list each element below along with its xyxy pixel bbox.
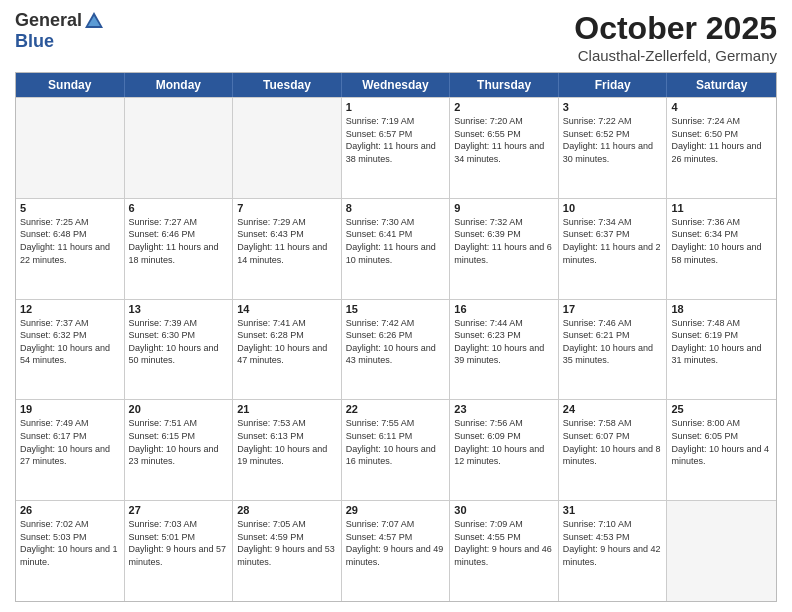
day-info: Sunrise: 7:20 AM Sunset: 6:55 PM Dayligh… <box>454 115 554 165</box>
day-number: 1 <box>346 101 446 113</box>
day-number: 27 <box>129 504 229 516</box>
calendar-cell-2-1: 13Sunrise: 7:39 AM Sunset: 6:30 PM Dayli… <box>125 300 234 400</box>
calendar-cell-4-0: 26Sunrise: 7:02 AM Sunset: 5:03 PM Dayli… <box>16 501 125 601</box>
day-info: Sunrise: 7:22 AM Sunset: 6:52 PM Dayligh… <box>563 115 663 165</box>
day-info: Sunrise: 7:56 AM Sunset: 6:09 PM Dayligh… <box>454 417 554 467</box>
logo-blue: Blue <box>15 32 106 52</box>
day-info: Sunrise: 7:34 AM Sunset: 6:37 PM Dayligh… <box>563 216 663 266</box>
day-number: 21 <box>237 403 337 415</box>
calendar-cell-3-3: 22Sunrise: 7:55 AM Sunset: 6:11 PM Dayli… <box>342 400 451 500</box>
calendar-row-0: 1Sunrise: 7:19 AM Sunset: 6:57 PM Daylig… <box>16 97 776 198</box>
calendar-row-4: 26Sunrise: 7:02 AM Sunset: 5:03 PM Dayli… <box>16 500 776 601</box>
day-number: 2 <box>454 101 554 113</box>
day-info: Sunrise: 7:46 AM Sunset: 6:21 PM Dayligh… <box>563 317 663 367</box>
page: General Blue October 2025 Clausthal-Zell… <box>0 0 792 612</box>
day-number: 23 <box>454 403 554 415</box>
day-info: Sunrise: 7:58 AM Sunset: 6:07 PM Dayligh… <box>563 417 663 467</box>
day-info: Sunrise: 7:42 AM Sunset: 6:26 PM Dayligh… <box>346 317 446 367</box>
day-info: Sunrise: 7:49 AM Sunset: 6:17 PM Dayligh… <box>20 417 120 467</box>
day-number: 4 <box>671 101 772 113</box>
calendar-cell-1-6: 11Sunrise: 7:36 AM Sunset: 6:34 PM Dayli… <box>667 199 776 299</box>
calendar-cell-1-5: 10Sunrise: 7:34 AM Sunset: 6:37 PM Dayli… <box>559 199 668 299</box>
day-info: Sunrise: 7:25 AM Sunset: 6:48 PM Dayligh… <box>20 216 120 266</box>
weekday-friday: Friday <box>559 73 668 97</box>
calendar-row-1: 5Sunrise: 7:25 AM Sunset: 6:48 PM Daylig… <box>16 198 776 299</box>
day-info: Sunrise: 7:30 AM Sunset: 6:41 PM Dayligh… <box>346 216 446 266</box>
calendar-cell-3-2: 21Sunrise: 7:53 AM Sunset: 6:13 PM Dayli… <box>233 400 342 500</box>
day-info: Sunrise: 7:51 AM Sunset: 6:15 PM Dayligh… <box>129 417 229 467</box>
day-number: 26 <box>20 504 120 516</box>
day-number: 6 <box>129 202 229 214</box>
day-number: 30 <box>454 504 554 516</box>
day-info: Sunrise: 7:48 AM Sunset: 6:19 PM Dayligh… <box>671 317 772 367</box>
day-number: 18 <box>671 303 772 315</box>
calendar-cell-2-4: 16Sunrise: 7:44 AM Sunset: 6:23 PM Dayli… <box>450 300 559 400</box>
day-number: 28 <box>237 504 337 516</box>
calendar-cell-0-2 <box>233 98 342 198</box>
calendar-cell-0-1 <box>125 98 234 198</box>
calendar-cell-4-2: 28Sunrise: 7:05 AM Sunset: 4:59 PM Dayli… <box>233 501 342 601</box>
calendar-cell-4-5: 31Sunrise: 7:10 AM Sunset: 4:53 PM Dayli… <box>559 501 668 601</box>
calendar-cell-3-0: 19Sunrise: 7:49 AM Sunset: 6:17 PM Dayli… <box>16 400 125 500</box>
day-info: Sunrise: 7:39 AM Sunset: 6:30 PM Dayligh… <box>129 317 229 367</box>
calendar: Sunday Monday Tuesday Wednesday Thursday… <box>15 72 777 602</box>
weekday-wednesday: Wednesday <box>342 73 451 97</box>
logo: General Blue <box>15 10 106 52</box>
day-number: 10 <box>563 202 663 214</box>
day-number: 25 <box>671 403 772 415</box>
day-number: 19 <box>20 403 120 415</box>
day-info: Sunrise: 7:10 AM Sunset: 4:53 PM Dayligh… <box>563 518 663 568</box>
day-info: Sunrise: 7:19 AM Sunset: 6:57 PM Dayligh… <box>346 115 446 165</box>
calendar-cell-3-5: 24Sunrise: 7:58 AM Sunset: 6:07 PM Dayli… <box>559 400 668 500</box>
day-number: 9 <box>454 202 554 214</box>
calendar-cell-1-4: 9Sunrise: 7:32 AM Sunset: 6:39 PM Daylig… <box>450 199 559 299</box>
day-info: Sunrise: 7:37 AM Sunset: 6:32 PM Dayligh… <box>20 317 120 367</box>
calendar-row-2: 12Sunrise: 7:37 AM Sunset: 6:32 PM Dayli… <box>16 299 776 400</box>
calendar-row-3: 19Sunrise: 7:49 AM Sunset: 6:17 PM Dayli… <box>16 399 776 500</box>
day-number: 24 <box>563 403 663 415</box>
calendar-cell-2-6: 18Sunrise: 7:48 AM Sunset: 6:19 PM Dayli… <box>667 300 776 400</box>
day-info: Sunrise: 7:29 AM Sunset: 6:43 PM Dayligh… <box>237 216 337 266</box>
calendar-cell-2-3: 15Sunrise: 7:42 AM Sunset: 6:26 PM Dayli… <box>342 300 451 400</box>
day-info: Sunrise: 7:27 AM Sunset: 6:46 PM Dayligh… <box>129 216 229 266</box>
calendar-cell-0-3: 1Sunrise: 7:19 AM Sunset: 6:57 PM Daylig… <box>342 98 451 198</box>
calendar-body: 1Sunrise: 7:19 AM Sunset: 6:57 PM Daylig… <box>16 97 776 601</box>
day-number: 22 <box>346 403 446 415</box>
day-info: Sunrise: 7:53 AM Sunset: 6:13 PM Dayligh… <box>237 417 337 467</box>
calendar-cell-1-1: 6Sunrise: 7:27 AM Sunset: 6:46 PM Daylig… <box>125 199 234 299</box>
weekday-tuesday: Tuesday <box>233 73 342 97</box>
weekday-sunday: Sunday <box>16 73 125 97</box>
day-info: Sunrise: 7:07 AM Sunset: 4:57 PM Dayligh… <box>346 518 446 568</box>
weekday-monday: Monday <box>125 73 234 97</box>
day-number: 15 <box>346 303 446 315</box>
logo-icon <box>83 10 105 32</box>
day-number: 8 <box>346 202 446 214</box>
calendar-cell-0-4: 2Sunrise: 7:20 AM Sunset: 6:55 PM Daylig… <box>450 98 559 198</box>
calendar-cell-4-3: 29Sunrise: 7:07 AM Sunset: 4:57 PM Dayli… <box>342 501 451 601</box>
day-info: Sunrise: 7:03 AM Sunset: 5:01 PM Dayligh… <box>129 518 229 568</box>
day-number: 16 <box>454 303 554 315</box>
day-number: 14 <box>237 303 337 315</box>
calendar-cell-1-0: 5Sunrise: 7:25 AM Sunset: 6:48 PM Daylig… <box>16 199 125 299</box>
calendar-cell-0-0 <box>16 98 125 198</box>
day-info: Sunrise: 7:36 AM Sunset: 6:34 PM Dayligh… <box>671 216 772 266</box>
day-info: Sunrise: 7:32 AM Sunset: 6:39 PM Dayligh… <box>454 216 554 266</box>
header: General Blue October 2025 Clausthal-Zell… <box>15 10 777 64</box>
calendar-cell-0-5: 3Sunrise: 7:22 AM Sunset: 6:52 PM Daylig… <box>559 98 668 198</box>
day-info: Sunrise: 7:05 AM Sunset: 4:59 PM Dayligh… <box>237 518 337 568</box>
day-info: Sunrise: 7:24 AM Sunset: 6:50 PM Dayligh… <box>671 115 772 165</box>
calendar-header: Sunday Monday Tuesday Wednesday Thursday… <box>16 73 776 97</box>
day-info: Sunrise: 7:44 AM Sunset: 6:23 PM Dayligh… <box>454 317 554 367</box>
calendar-cell-3-4: 23Sunrise: 7:56 AM Sunset: 6:09 PM Dayli… <box>450 400 559 500</box>
calendar-cell-1-2: 7Sunrise: 7:29 AM Sunset: 6:43 PM Daylig… <box>233 199 342 299</box>
logo-general: General <box>15 10 82 30</box>
calendar-cell-0-6: 4Sunrise: 7:24 AM Sunset: 6:50 PM Daylig… <box>667 98 776 198</box>
calendar-cell-2-0: 12Sunrise: 7:37 AM Sunset: 6:32 PM Dayli… <box>16 300 125 400</box>
weekday-thursday: Thursday <box>450 73 559 97</box>
title-block: October 2025 Clausthal-Zellerfeld, Germa… <box>574 10 777 64</box>
day-number: 3 <box>563 101 663 113</box>
calendar-cell-4-6 <box>667 501 776 601</box>
day-number: 11 <box>671 202 772 214</box>
weekday-saturday: Saturday <box>667 73 776 97</box>
calendar-cell-2-2: 14Sunrise: 7:41 AM Sunset: 6:28 PM Dayli… <box>233 300 342 400</box>
